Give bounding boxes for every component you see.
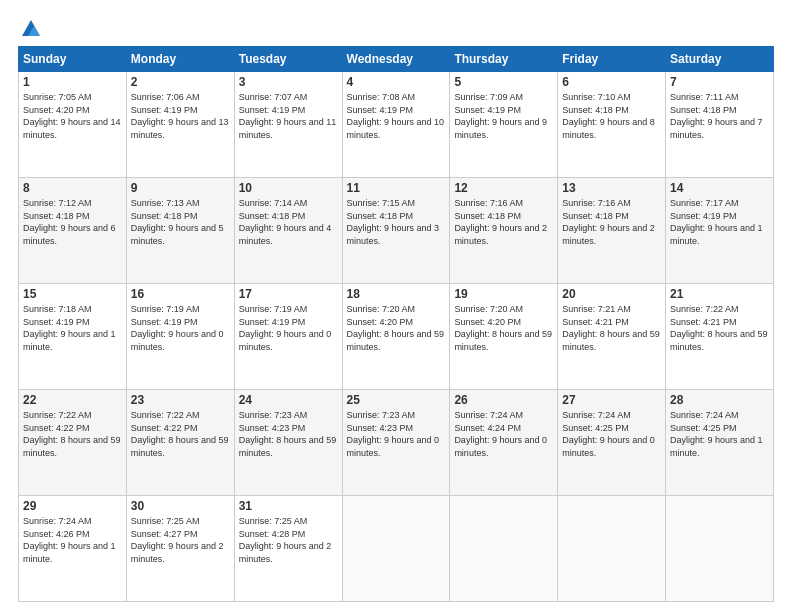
day-info: Sunrise: 7:10 AM Sunset: 4:18 PM Dayligh… [562,91,661,141]
sunset-label: Sunset: 4:24 PM [454,423,521,433]
day-number: 24 [239,393,338,407]
table-row: 18 Sunrise: 7:20 AM Sunset: 4:20 PM Dayl… [342,284,450,390]
sunrise-label: Sunrise: 7:17 AM [670,198,739,208]
day-number: 18 [347,287,446,301]
table-row: 14 Sunrise: 7:17 AM Sunset: 4:19 PM Dayl… [666,178,774,284]
sunrise-label: Sunrise: 7:19 AM [239,304,308,314]
day-info: Sunrise: 7:06 AM Sunset: 4:19 PM Dayligh… [131,91,230,141]
sunset-label: Sunset: 4:27 PM [131,529,198,539]
daylight-label: Daylight: 9 hours and 2 minutes. [454,223,547,246]
daylight-label: Daylight: 8 hours and 59 minutes. [670,329,768,352]
sunrise-label: Sunrise: 7:09 AM [454,92,523,102]
day-number: 21 [670,287,769,301]
table-row: 13 Sunrise: 7:16 AM Sunset: 4:18 PM Dayl… [558,178,666,284]
day-number: 5 [454,75,553,89]
sunrise-label: Sunrise: 7:19 AM [131,304,200,314]
sunset-label: Sunset: 4:22 PM [23,423,90,433]
day-number: 13 [562,181,661,195]
daylight-label: Daylight: 9 hours and 5 minutes. [131,223,224,246]
day-info: Sunrise: 7:19 AM Sunset: 4:19 PM Dayligh… [239,303,338,353]
table-row: 7 Sunrise: 7:11 AM Sunset: 4:18 PM Dayli… [666,72,774,178]
table-row: 15 Sunrise: 7:18 AM Sunset: 4:19 PM Dayl… [19,284,127,390]
sunset-label: Sunset: 4:25 PM [670,423,737,433]
day-number: 10 [239,181,338,195]
col-monday: Monday [126,47,234,72]
sunset-label: Sunset: 4:18 PM [562,211,629,221]
day-number: 29 [23,499,122,513]
daylight-label: Daylight: 9 hours and 0 minutes. [239,329,332,352]
day-number: 11 [347,181,446,195]
day-number: 15 [23,287,122,301]
day-info: Sunrise: 7:09 AM Sunset: 4:19 PM Dayligh… [454,91,553,141]
table-row: 3 Sunrise: 7:07 AM Sunset: 4:19 PM Dayli… [234,72,342,178]
day-number: 27 [562,393,661,407]
day-info: Sunrise: 7:23 AM Sunset: 4:23 PM Dayligh… [347,409,446,459]
day-number: 6 [562,75,661,89]
logo-icon [20,18,42,40]
sunrise-label: Sunrise: 7:06 AM [131,92,200,102]
day-info: Sunrise: 7:24 AM Sunset: 4:25 PM Dayligh… [670,409,769,459]
day-info: Sunrise: 7:23 AM Sunset: 4:23 PM Dayligh… [239,409,338,459]
sunset-label: Sunset: 4:18 PM [670,105,737,115]
sunrise-label: Sunrise: 7:16 AM [562,198,631,208]
daylight-label: Daylight: 9 hours and 13 minutes. [131,117,229,140]
sunset-label: Sunset: 4:18 PM [454,211,521,221]
daylight-label: Daylight: 9 hours and 8 minutes. [562,117,655,140]
day-number: 4 [347,75,446,89]
sunset-label: Sunset: 4:28 PM [239,529,306,539]
day-info: Sunrise: 7:20 AM Sunset: 4:20 PM Dayligh… [454,303,553,353]
day-info: Sunrise: 7:24 AM Sunset: 4:26 PM Dayligh… [23,515,122,565]
daylight-label: Daylight: 9 hours and 11 minutes. [239,117,337,140]
table-row [666,496,774,602]
sunrise-label: Sunrise: 7:15 AM [347,198,416,208]
daylight-label: Daylight: 9 hours and 0 minutes. [454,435,547,458]
table-row [450,496,558,602]
day-info: Sunrise: 7:16 AM Sunset: 4:18 PM Dayligh… [562,197,661,247]
daylight-label: Daylight: 9 hours and 1 minute. [670,435,763,458]
sunset-label: Sunset: 4:19 PM [454,105,521,115]
sunset-label: Sunset: 4:22 PM [131,423,198,433]
day-number: 16 [131,287,230,301]
page: Sunday Monday Tuesday Wednesday Thursday… [0,0,792,612]
calendar-week-row: 22 Sunrise: 7:22 AM Sunset: 4:22 PM Dayl… [19,390,774,496]
sunrise-label: Sunrise: 7:11 AM [670,92,739,102]
table-row: 6 Sunrise: 7:10 AM Sunset: 4:18 PM Dayli… [558,72,666,178]
day-number: 14 [670,181,769,195]
daylight-label: Daylight: 8 hours and 59 minutes. [239,435,337,458]
daylight-label: Daylight: 8 hours and 59 minutes. [347,329,445,352]
table-row: 30 Sunrise: 7:25 AM Sunset: 4:27 PM Dayl… [126,496,234,602]
sunrise-label: Sunrise: 7:20 AM [347,304,416,314]
calendar-table: Sunday Monday Tuesday Wednesday Thursday… [18,46,774,602]
logo [18,18,42,36]
sunrise-label: Sunrise: 7:16 AM [454,198,523,208]
calendar-header-row: Sunday Monday Tuesday Wednesday Thursday… [19,47,774,72]
daylight-label: Daylight: 9 hours and 0 minutes. [562,435,655,458]
sunrise-label: Sunrise: 7:25 AM [239,516,308,526]
calendar-week-row: 29 Sunrise: 7:24 AM Sunset: 4:26 PM Dayl… [19,496,774,602]
table-row: 20 Sunrise: 7:21 AM Sunset: 4:21 PM Dayl… [558,284,666,390]
daylight-label: Daylight: 9 hours and 1 minute. [23,541,116,564]
day-info: Sunrise: 7:22 AM Sunset: 4:22 PM Dayligh… [23,409,122,459]
col-saturday: Saturday [666,47,774,72]
sunrise-label: Sunrise: 7:24 AM [454,410,523,420]
table-row [342,496,450,602]
table-row: 4 Sunrise: 7:08 AM Sunset: 4:19 PM Dayli… [342,72,450,178]
table-row: 29 Sunrise: 7:24 AM Sunset: 4:26 PM Dayl… [19,496,127,602]
table-row: 16 Sunrise: 7:19 AM Sunset: 4:19 PM Dayl… [126,284,234,390]
daylight-label: Daylight: 9 hours and 4 minutes. [239,223,332,246]
sunrise-label: Sunrise: 7:18 AM [23,304,92,314]
table-row: 27 Sunrise: 7:24 AM Sunset: 4:25 PM Dayl… [558,390,666,496]
sunrise-label: Sunrise: 7:22 AM [23,410,92,420]
day-number: 2 [131,75,230,89]
daylight-label: Daylight: 9 hours and 1 minute. [23,329,116,352]
day-info: Sunrise: 7:22 AM Sunset: 4:21 PM Dayligh… [670,303,769,353]
sunset-label: Sunset: 4:23 PM [239,423,306,433]
day-info: Sunrise: 7:22 AM Sunset: 4:22 PM Dayligh… [131,409,230,459]
day-info: Sunrise: 7:24 AM Sunset: 4:24 PM Dayligh… [454,409,553,459]
sunrise-label: Sunrise: 7:08 AM [347,92,416,102]
sunset-label: Sunset: 4:21 PM [562,317,629,327]
sunrise-label: Sunrise: 7:20 AM [454,304,523,314]
daylight-label: Daylight: 9 hours and 6 minutes. [23,223,116,246]
day-info: Sunrise: 7:14 AM Sunset: 4:18 PM Dayligh… [239,197,338,247]
table-row: 9 Sunrise: 7:13 AM Sunset: 4:18 PM Dayli… [126,178,234,284]
